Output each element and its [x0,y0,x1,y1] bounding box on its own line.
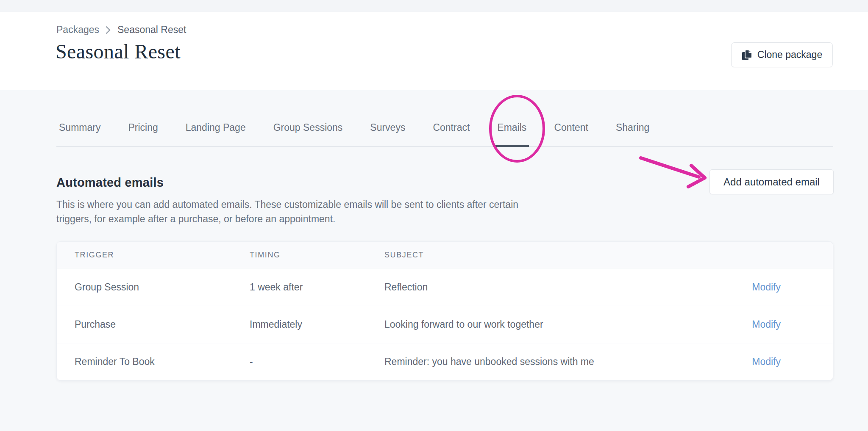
cell-trigger: Purchase [75,319,250,330]
tabs-divider [56,146,833,147]
annotation-arrow-shaft [641,158,699,177]
section-heading: Automated emails [56,176,164,190]
cell-trigger: Group Session [75,282,250,293]
cell-trigger: Reminder To Book [75,356,250,367]
tab-group-sessions[interactable]: Group Sessions [273,122,343,133]
tab-surveys[interactable]: Surveys [370,122,405,133]
copy-icon [742,49,753,61]
tab-content[interactable]: Content [554,122,588,133]
cell-timing: - [250,356,384,367]
page-title: Seasonal Reset [56,40,181,63]
tab-landing-page[interactable]: Landing Page [186,122,246,133]
breadcrumb-item-packages[interactable]: Packages [56,24,99,36]
modify-link[interactable]: Modify [752,356,781,367]
modify-link[interactable]: Modify [752,282,781,293]
page: Packages Seasonal Reset Seasonal Reset C… [0,0,868,431]
tab-sharing[interactable]: Sharing [616,122,649,133]
clone-package-button[interactable]: Clone package [731,42,833,67]
column-header-trigger: TRIGGER [75,251,250,260]
breadcrumb: Packages Seasonal Reset [56,24,186,36]
tab-pricing[interactable]: Pricing [128,122,158,133]
section-description-line2: triggers, for example after a purchase, … [56,212,518,226]
cell-subject: Looking forward to our work together [384,319,726,330]
cell-timing: 1 week after [250,282,384,293]
section-description: This is where you can add automated emai… [56,197,518,226]
table-row: Purchase Immediately Looking forward to … [57,306,833,343]
table-header-row: TRIGGER TIMING SUBJECT [57,242,833,268]
cell-subject: Reflection [384,282,726,293]
annotation-arrow-head [688,166,705,187]
tab-emails[interactable]: Emails [497,122,526,133]
tab-bar: Summary Pricing Landing Page Group Sessi… [59,122,649,133]
chevron-right-icon [106,26,111,34]
cell-subject: Reminder: you have unbooked sessions wit… [384,356,726,367]
tab-summary[interactable]: Summary [59,122,100,133]
tab-contract[interactable]: Contract [433,122,470,133]
add-automated-email-button[interactable]: Add automated email [709,169,834,194]
cell-timing: Immediately [250,319,384,330]
clone-package-label: Clone package [757,49,822,61]
top-strip [0,0,868,12]
column-header-subject: SUBJECT [384,251,726,260]
breadcrumb-item-current: Seasonal Reset [117,24,186,36]
section-description-line1: This is where you can add automated emai… [56,197,518,212]
column-header-timing: TIMING [250,251,384,260]
table-row: Reminder To Book - Reminder: you have un… [57,343,833,380]
modify-link[interactable]: Modify [752,319,781,330]
table-row: Group Session 1 week after Reflection Mo… [57,268,833,306]
automated-emails-table: TRIGGER TIMING SUBJECT Group Session 1 w… [56,241,833,381]
